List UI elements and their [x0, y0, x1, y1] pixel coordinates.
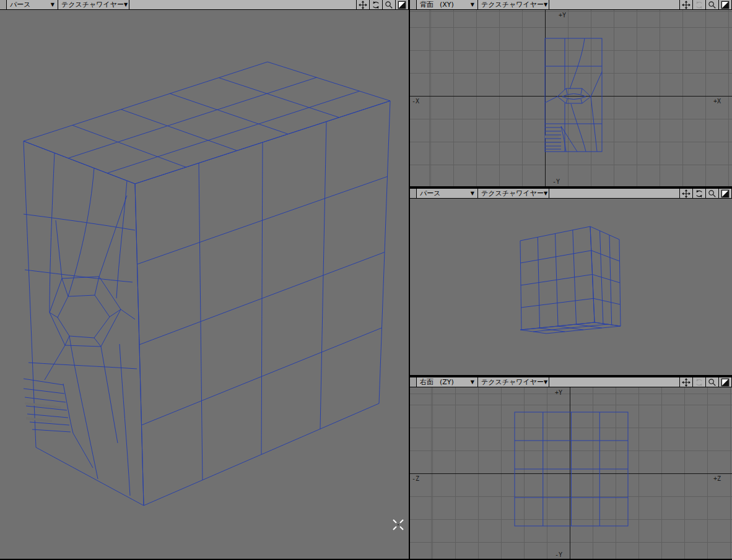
zoom-tool-button[interactable] [706, 189, 719, 198]
move-icon [359, 1, 367, 9]
zoom-tool-button[interactable] [706, 377, 719, 387]
axis-label-left: -Z [412, 475, 419, 482]
chevron-down-icon: ▼ [544, 377, 547, 387]
chevron-down-icon: ▼ [544, 189, 547, 198]
maximize-icon [398, 1, 406, 9]
display-mode-dropdown[interactable]: テクスチャワイヤー ▼ [478, 0, 549, 9]
display-mode-label: テクスチャワイヤー [61, 0, 124, 9]
view-type-dropdown[interactable]: パース ▼ [7, 0, 58, 9]
hole-hexagon [58, 295, 110, 338]
purple-face-wireframe [24, 153, 137, 496]
main-model [0, 10, 409, 559]
view-type-label: 右面 [420, 377, 434, 387]
main-viewport-header: パース ▼ テクスチャワイヤー ▼ [0, 0, 409, 10]
viewport-side-zy: 右面 (ZY) ▼ テクスチャワイヤー ▼ [410, 377, 732, 559]
back-view-canvas[interactable]: +Y -X +X -Y [410, 10, 732, 186]
persp-green-grid [521, 230, 594, 328]
display-mode-dropdown[interactable]: テクスチャワイヤー ▼ [478, 189, 549, 198]
magnifier-icon [385, 1, 393, 9]
display-mode-dropdown[interactable]: テクスチャワイヤー ▼ [478, 377, 549, 387]
axis-label-bottom: -Y [555, 551, 562, 558]
axis-label-bottom: -Y [552, 178, 560, 185]
side-viewport-header: 右面 (ZY) ▼ テクスチャワイヤー ▼ [410, 377, 732, 387]
crosshair-cursor [393, 520, 403, 530]
move-icon [682, 1, 691, 9]
chevron-down-icon: ▼ [124, 0, 128, 9]
magnifier-icon [708, 378, 717, 387]
rotate-icon [695, 1, 704, 9]
rotate-icon [695, 189, 704, 198]
axis-label-top: +Y [555, 389, 562, 396]
header-spacer [549, 189, 679, 198]
side-view-canvas[interactable]: +Y -Z +Z -Y [410, 387, 732, 559]
viewport-corner-button[interactable] [410, 0, 417, 9]
rotate-icon [695, 378, 704, 387]
viewport-main-perspective: パース ▼ テクスチャワイヤー ▼ [0, 0, 409, 559]
slot-gap [26, 417, 52, 422]
pan-tool-button[interactable] [357, 0, 370, 9]
display-mode-label: テクスチャワイヤー [481, 377, 544, 387]
axis-label-right: +X [713, 98, 721, 105]
maximize-icon [721, 1, 730, 9]
slot-gap [545, 136, 559, 138]
pan-tool-button[interactable] [680, 0, 693, 9]
display-mode-dropdown[interactable]: テクスチャワイヤー ▼ [58, 0, 129, 9]
zoom-tool-button[interactable] [706, 0, 719, 9]
rotate-tool-button [693, 0, 706, 9]
persp-view-canvas[interactable] [410, 199, 732, 375]
back-viewport-header: 背面 (XY) ▼ テクスチャワイヤー ▼ [410, 0, 732, 10]
viewport-corner-button[interactable] [0, 0, 7, 9]
header-spacer [549, 0, 679, 9]
maximize-icon [721, 189, 730, 198]
view-type-dropdown[interactable]: パース ▼ [417, 189, 478, 198]
view-type-dropdown[interactable]: 背面 (XY) ▼ [417, 0, 478, 9]
chevron-down-icon: ▼ [471, 377, 474, 387]
viewport-tools [679, 189, 732, 198]
side-view-model [515, 412, 628, 526]
move-icon [682, 378, 691, 387]
red-face-grid [533, 324, 608, 332]
axis-label-right: +Z [713, 475, 721, 482]
green-face-grid [137, 122, 388, 480]
back-view-scene: +Y -X +X -Y [410, 10, 732, 186]
persp-viewport-header: パース ▼ テクスチャワイヤー ▼ [410, 189, 732, 199]
main-3d-canvas[interactable] [0, 10, 409, 559]
axis-suffix: (XY) [440, 0, 454, 9]
back-view-model [545, 38, 602, 152]
maximize-icon [721, 378, 730, 387]
view-type-label: パース [10, 0, 31, 9]
app-window: パース ▼ テクスチャワイヤー ▼ [0, 0, 732, 560]
magnifier-icon [708, 189, 717, 198]
axis-label-left: -X [412, 98, 419, 105]
view-type-label: 背面 [420, 0, 434, 9]
chevron-down-icon: ▼ [51, 0, 54, 9]
maximize-tool-button[interactable] [719, 377, 732, 387]
zoom-tool-button[interactable] [383, 0, 396, 9]
viewport-corner-button[interactable] [410, 377, 417, 387]
side-view-scene: +Y -Z +Z -Y [410, 387, 732, 559]
pan-tool-button[interactable] [680, 377, 693, 387]
move-icon [682, 189, 691, 198]
magnifier-icon [708, 1, 717, 9]
chevron-down-icon: ▼ [471, 0, 474, 9]
viewport-corner-button[interactable] [410, 189, 417, 198]
viewport-tools [679, 377, 732, 387]
axis-label-top: +Y [559, 12, 566, 19]
axis-suffix: (ZY) [440, 377, 454, 387]
pan-tool-button[interactable] [680, 189, 693, 198]
chevron-down-icon: ▼ [471, 189, 474, 198]
olive-face-grid [591, 231, 621, 325]
chevron-down-icon: ▼ [544, 0, 547, 9]
rotate-tool-button[interactable] [370, 0, 383, 9]
viewport-back-xy: 背面 (XY) ▼ テクスチャワイヤー ▼ [410, 0, 732, 186]
display-mode-label: テクスチャワイヤー [481, 189, 544, 198]
viewport-small-perspective: パース ▼ テクスチャワイヤー ▼ [410, 189, 732, 375]
header-spacer [549, 377, 679, 387]
maximize-tool-button[interactable] [719, 0, 732, 9]
rotate-icon [372, 1, 380, 9]
rotate-tool-button[interactable] [693, 189, 706, 198]
maximize-tool-button[interactable] [719, 189, 732, 198]
view-type-dropdown[interactable]: 右面 (ZY) ▼ [417, 377, 478, 387]
rotate-tool-button [693, 377, 706, 387]
maximize-tool-button[interactable] [396, 0, 409, 9]
